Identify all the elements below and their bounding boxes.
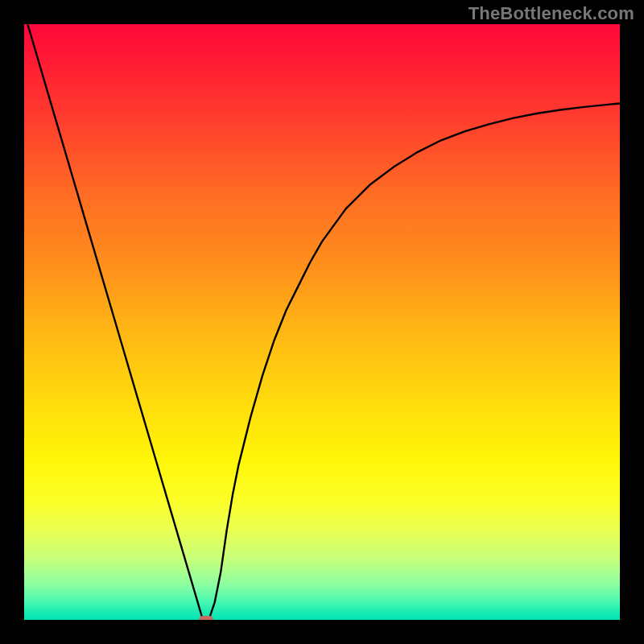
chart-frame: TheBottleneck.com — [0, 0, 644, 644]
min-marker — [199, 616, 213, 620]
curve-layer — [24, 24, 620, 620]
plot-area — [24, 24, 620, 620]
watermark-text: TheBottleneck.com — [469, 3, 634, 24]
bottleneck-curve — [24, 24, 620, 620]
